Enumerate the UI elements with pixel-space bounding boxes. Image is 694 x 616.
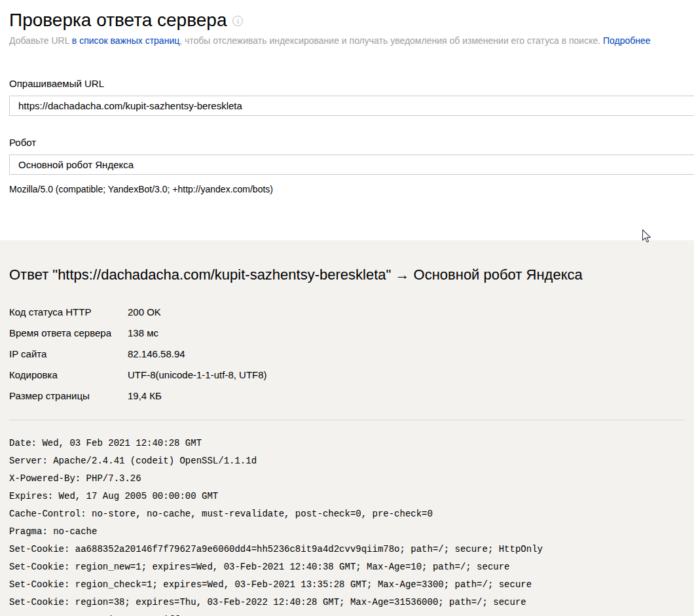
robot-field-label: Робот [9, 137, 694, 148]
row-value: 19,4 КБ [128, 390, 162, 401]
table-row: Код статуса HTTP 200 OK [9, 301, 685, 322]
header-line: Expires: Wed, 17 Aug 2005 00:00:00 GMT [9, 488, 685, 505]
row-value: 138 мс [128, 327, 158, 338]
table-row: Время ответа сервера 138 мс [9, 322, 685, 343]
subtitle-prefix: Добавьте URL [9, 35, 72, 46]
section-divider [9, 420, 685, 420]
header-line: Set-Cookie: region_new=1; expires=Wed, 0… [9, 558, 685, 576]
request-form-section: Проверка ответа сервера i Добавьте URL в… [0, 9, 694, 240]
url-input[interactable] [9, 96, 694, 116]
header-line: Cache-Control: no-store, no-cache, must-… [9, 505, 685, 523]
header-line: Server: Apache/2.4.41 (codeit) OpenSSL/1… [9, 452, 685, 470]
row-value: 200 OK [128, 306, 161, 317]
header-line: Set-Cookie: region_check=1; expires=Wed,… [9, 576, 685, 594]
server-response-check-page: Проверка ответа сервера i Добавьте URL в… [0, 9, 694, 616]
page-subtitle: Добавьте URL в список важных страниц, чт… [9, 35, 694, 46]
row-label: Код статуса HTTP [9, 306, 128, 317]
row-label: Время ответа сервера [9, 327, 128, 338]
header-line: Pragma: no-cache [9, 523, 685, 541]
page-title-text: Проверка ответа сервера [9, 9, 227, 31]
url-field-label: Опрашиваемый URL [9, 78, 694, 89]
table-row: Кодировка UTF-8(unicode-1-1-utf-8, UTF8) [9, 364, 685, 385]
important-pages-link[interactable]: в список важных страниц [72, 35, 179, 46]
header-line: Date: Wed, 03 Feb 2021 12:40:28 GMT [9, 435, 685, 452]
header-line: X-Content-Type-Options: nosniff [9, 611, 685, 616]
row-label: IP сайта [9, 348, 128, 359]
learn-more-link[interactable]: Подробнее [603, 35, 651, 46]
response-result-section: Ответ "https://dachadacha.com/kupit-sazh… [0, 240, 694, 616]
row-label: Кодировка [9, 369, 128, 380]
row-value: 82.146.58.94 [128, 348, 185, 359]
row-label: Размер страницы [9, 390, 128, 401]
info-icon[interactable]: i [232, 16, 243, 26]
http-headers-block: Date: Wed, 03 Feb 2021 12:40:28 GMT Serv… [9, 435, 685, 616]
table-row: Размер страницы 19,4 КБ [9, 385, 685, 406]
table-row: IP сайта 82.146.58.94 [9, 343, 685, 364]
header-line: X-Powered-By: PHP/7.3.26 [9, 470, 685, 488]
header-line: Set-Cookie: region=38; expires=Thu, 03-F… [9, 594, 685, 611]
row-value: UTF-8(unicode-1-1-utf-8, UTF8) [128, 369, 267, 380]
header-line: Set-Cookie: aa688352a20146f7f79627a9e606… [9, 541, 685, 558]
user-agent-text: Mozilla/5.0 (compatible; YandexBot/3.0; … [9, 184, 694, 195]
page-title: Проверка ответа сервера i [9, 9, 694, 31]
response-table: Код статуса HTTP 200 OK Время ответа сер… [9, 301, 685, 406]
response-heading: Ответ "https://dachadacha.com/kupit-sazh… [9, 240, 685, 283]
robot-select[interactable]: Основной робот Яндекса [9, 154, 694, 175]
subtitle-middle: , чтобы отслеживать индексирование и пол… [179, 35, 603, 46]
